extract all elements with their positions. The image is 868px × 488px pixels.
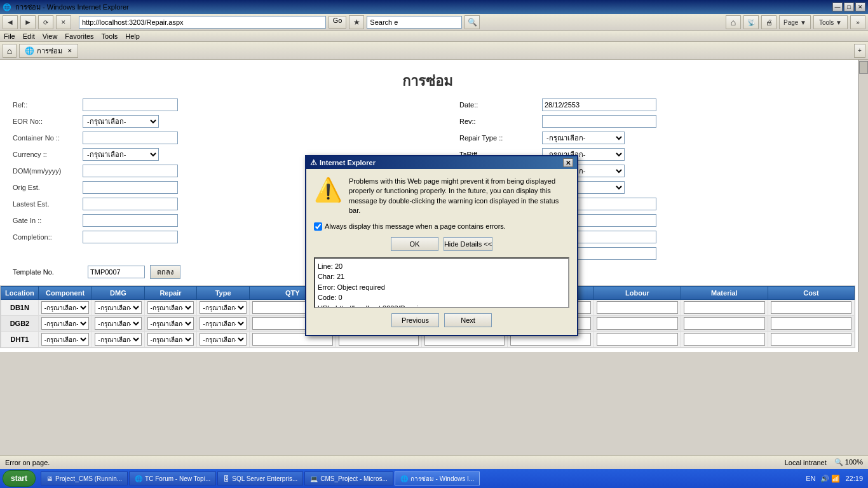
menu-edit[interactable]: Edit: [23, 32, 35, 40]
dialog-error-box: Line: 20 Char: 21 Error: Object required…: [314, 257, 569, 308]
language-indicator: EN: [806, 475, 815, 482]
tools-btn[interactable]: Tools ▼: [813, 15, 848, 29]
menu-file[interactable]: File: [4, 32, 15, 40]
error-line: Line: 20: [318, 261, 566, 272]
dialog-checkbox-row: Always display this message when a page …: [314, 222, 569, 231]
menu-bar: File Edit View Favorites Tools Help: [0, 31, 868, 42]
taskbar: start 🖥Project_CMS (Runnin...🌐TC Forum -…: [0, 469, 868, 488]
dialog-message: Problems with this Web page might preven…: [349, 177, 569, 216]
dialog-previous-button[interactable]: Previous: [391, 313, 439, 327]
ie-dialog: ⚠ Internet Explorer ✕ ⚠️ Problems with t…: [305, 155, 578, 336]
tab-favicon: 🌐: [25, 46, 34, 55]
dialog-body: ⚠️ Problems with this Web page might pre…: [306, 169, 577, 335]
page-content: การซ่อม Ref:: EOR No:: -กรุณาเลือก-: [0, 60, 868, 352]
status-text: Error on page.: [5, 459, 50, 466]
dialog-checkbox-label: Always display this message when a page …: [325, 222, 506, 230]
taskbar-items: 🖥Project_CMS (Runnin...🌐TC Forum - New T…: [38, 471, 801, 485]
dialog-title-icon: ⚠: [310, 158, 317, 167]
maximize-button[interactable]: □: [844, 3, 854, 11]
browser-window: 🌐 การซ่อม - Windows Internet Explorer — …: [0, 0, 868, 488]
taskbar-item-2[interactable]: 🗄SQL Server Enterpris...: [217, 471, 303, 485]
extras-btn[interactable]: »: [850, 15, 865, 29]
taskbar-item-4[interactable]: 🌐การซ่อม - Windows I...: [395, 471, 480, 485]
favorites-icon[interactable]: ★: [349, 15, 364, 29]
dialog-bottom-buttons: Previous Next: [314, 313, 569, 327]
zoom-level: 🔍 100%: [834, 458, 863, 466]
titlebar: 🌐 การซ่อม - Windows Internet Explorer — …: [0, 0, 868, 14]
error-error: Error: Object required: [318, 282, 566, 293]
menu-view[interactable]: View: [43, 32, 58, 40]
dialog-next-button[interactable]: Next: [444, 313, 492, 327]
taskbar-item-3[interactable]: 💻CMS_Project - Micros...: [304, 471, 393, 485]
tabs-bar: ⌂ 🌐 การซ่อม ✕ +: [0, 42, 868, 60]
home-toolbar-btn[interactable]: ⌂: [726, 15, 741, 29]
browser-favicon: 🌐: [3, 3, 11, 11]
error-char: Char: 21: [318, 271, 566, 282]
page-btn[interactable]: Page ▼: [779, 15, 811, 29]
taskbar-item-1[interactable]: 🌐TC Forum - New Topi...: [129, 471, 216, 485]
dialog-main-content: ⚠️ Problems with this Web page might pre…: [314, 177, 569, 216]
titlebar-buttons: — □ ✕: [832, 3, 865, 11]
error-url: URL: http://localhost:3203/Repair.aspx: [318, 303, 566, 308]
dialog-titlebar: ⚠ Internet Explorer ✕: [306, 156, 577, 169]
tab-home-button[interactable]: ⌂: [3, 44, 17, 58]
intranet-zone: Local intranet: [785, 459, 827, 466]
stop-button[interactable]: ✕: [56, 15, 71, 29]
search-button[interactable]: 🔍: [465, 15, 480, 29]
menu-help[interactable]: Help: [125, 32, 140, 40]
menu-tools[interactable]: Tools: [102, 32, 118, 40]
search-input[interactable]: [367, 16, 462, 29]
new-tab-button[interactable]: +: [854, 44, 865, 58]
go-button[interactable]: Go: [329, 16, 347, 29]
close-window-button[interactable]: ✕: [855, 3, 865, 11]
start-button[interactable]: start: [3, 470, 36, 487]
taskbar-right: EN 🔊 📶 22:19: [801, 475, 868, 483]
dialog-button-row: OK Hide Details <<: [314, 237, 569, 251]
system-tray: 🔊 📶: [820, 475, 840, 483]
menu-favorites[interactable]: Favorites: [65, 32, 93, 40]
dialog-close-button[interactable]: ✕: [563, 158, 573, 167]
status-bar: Error on page. Local intranet 🔍 100%: [0, 455, 868, 469]
feeds-btn[interactable]: 📡: [743, 15, 759, 29]
clock: 22:19: [845, 475, 863, 482]
address-bar[interactable]: [79, 16, 326, 29]
dialog-overlay: ⚠ Internet Explorer ✕ ⚠️ Problems with t…: [0, 60, 868, 352]
refresh-button[interactable]: ⟳: [38, 15, 53, 29]
dialog-title: Internet Explorer: [320, 159, 376, 166]
warning-icon: ⚠️: [314, 177, 342, 216]
dialog-hide-details-button[interactable]: Hide Details <<: [444, 237, 492, 251]
dialog-ok-button[interactable]: OK: [391, 237, 438, 251]
titlebar-title: การซ่อม - Windows Internet Explorer: [15, 1, 129, 13]
print-btn[interactable]: 🖨: [761, 15, 776, 29]
tab-label: การซ่อม: [37, 45, 62, 57]
forward-button[interactable]: ►: [20, 15, 36, 29]
taskbar-item-0[interactable]: 🖥Project_CMS (Runnin...: [41, 471, 128, 485]
dialog-checkbox[interactable]: [314, 222, 322, 231]
tab-repair[interactable]: 🌐 การซ่อม ✕: [19, 44, 78, 58]
nav-toolbar: ◄ ► ⟳ ✕ Go ★ 🔍 ⌂ 📡 🖨 Page ▼ Tools ▼ »: [0, 14, 868, 31]
tab-close-icon[interactable]: ✕: [67, 48, 72, 54]
back-button[interactable]: ◄: [3, 15, 18, 29]
error-code: Code: 0: [318, 292, 566, 303]
minimize-button[interactable]: —: [832, 3, 843, 11]
